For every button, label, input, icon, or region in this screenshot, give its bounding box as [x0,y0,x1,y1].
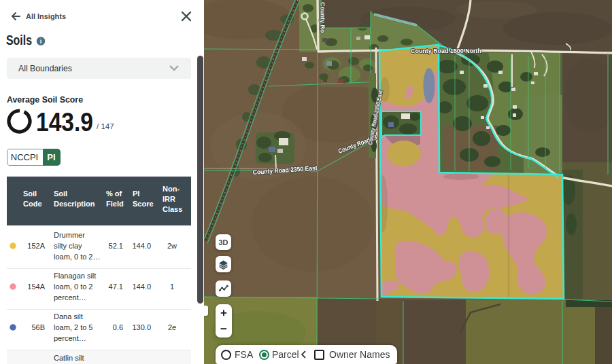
svg-text:percent…: percent… [54,334,86,342]
svg-text:Average Soil Score: Average Soil Score [7,94,83,105]
svg-text:i: i [40,38,42,45]
svg-text:All Insights: All Insights [26,12,66,20]
svg-text:143.9: 143.9 [36,108,93,136]
svg-text:percent…: percent… [54,293,86,302]
svg-text:County Ro: County Ro [320,2,326,33]
svg-text:loam, 0 to 2: loam, 0 to 2 [54,283,92,291]
svg-text:144.0: 144.0 [132,242,151,250]
svg-text:2e: 2e [168,323,176,331]
svg-text:PI: PI [47,152,55,162]
svg-text:1: 1 [170,283,174,291]
svg-text:130.0: 130.0 [132,323,151,331]
svg-text:152A: 152A [27,242,45,250]
svg-text:IRR: IRR [163,195,175,203]
svg-text:PI: PI [133,189,139,198]
svg-text:Field: Field [106,200,124,208]
svg-text:52.1: 52.1 [109,242,123,250]
svg-text:Score: Score [133,200,154,208]
svg-text:Dana silt: Dana silt [54,312,83,321]
svg-text:Drummer: Drummer [54,231,85,239]
svg-text:Flanagan silt: Flanagan silt [54,272,96,280]
svg-text:56B: 56B [31,323,45,331]
svg-text:Catlin silt: Catlin silt [54,354,84,362]
svg-text:154A: 154A [27,283,45,291]
svg-text:Soil: Soil [23,189,37,198]
svg-text:Code: Code [23,200,42,208]
svg-text:NCCPI: NCCPI [11,152,38,162]
svg-text:/ 147: / 147 [97,122,114,130]
svg-text:Soils: Soils [6,33,32,48]
svg-text:loam, 0 to 2…: loam, 0 to 2… [54,253,100,261]
svg-text:Class: Class [163,205,182,213]
svg-text:0.6: 0.6 [113,323,123,331]
svg-text:2w: 2w [167,242,177,250]
svg-text:Description: Description [54,200,95,208]
svg-text:silty clay: silty clay [54,242,82,250]
svg-text:Soil: Soil [54,189,67,198]
svg-text:County Road 1500 North: County Road 1500 North [411,47,481,54]
svg-text:loam, 2 to 5: loam, 2 to 5 [54,323,92,331]
svg-text:47.1: 47.1 [109,283,123,291]
svg-text:All Boundaries: All Boundaries [18,63,72,73]
svg-text:% of: % of [106,189,122,198]
svg-text:Non-: Non- [163,185,180,193]
svg-text:144.0: 144.0 [132,283,151,291]
